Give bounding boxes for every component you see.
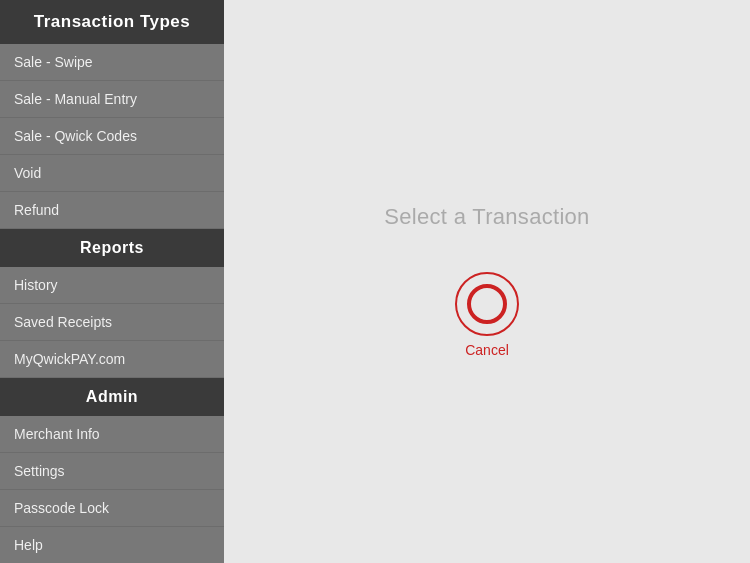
cancel-inner-ring bbox=[467, 284, 507, 324]
sidebar-item-void[interactable]: Void bbox=[0, 155, 224, 192]
sidebar-item-sale-swipe[interactable]: Sale - Swipe bbox=[0, 44, 224, 81]
sidebar-item-passcode-lock[interactable]: Passcode Lock bbox=[0, 490, 224, 527]
sidebar-item-myqwickpay[interactable]: MyQwickPAY.com bbox=[0, 341, 224, 378]
sidebar-item-settings[interactable]: Settings bbox=[0, 453, 224, 490]
cancel-circle-icon bbox=[455, 272, 519, 336]
main-content: Select a Transaction Cancel bbox=[224, 0, 750, 563]
sidebar-item-sale-manual[interactable]: Sale - Manual Entry bbox=[0, 81, 224, 118]
sidebar-item-help[interactable]: Help bbox=[0, 527, 224, 563]
sidebar-item-sale-qwick[interactable]: Sale - Qwick Codes bbox=[0, 118, 224, 155]
admin-section-header: Admin bbox=[0, 378, 224, 416]
sidebar-item-merchant-info[interactable]: Merchant Info bbox=[0, 416, 224, 453]
sidebar-item-history[interactable]: History bbox=[0, 267, 224, 304]
sidebar-item-saved-receipts[interactable]: Saved Receipts bbox=[0, 304, 224, 341]
reports-section-header: Reports bbox=[0, 229, 224, 267]
sidebar: Transaction Types Sale - Swipe Sale - Ma… bbox=[0, 0, 224, 563]
sidebar-header: Transaction Types bbox=[0, 0, 224, 44]
sidebar-item-refund[interactable]: Refund bbox=[0, 192, 224, 229]
cancel-button[interactable]: Cancel bbox=[442, 270, 532, 360]
cancel-label: Cancel bbox=[465, 342, 509, 358]
select-transaction-prompt: Select a Transaction bbox=[384, 204, 589, 230]
